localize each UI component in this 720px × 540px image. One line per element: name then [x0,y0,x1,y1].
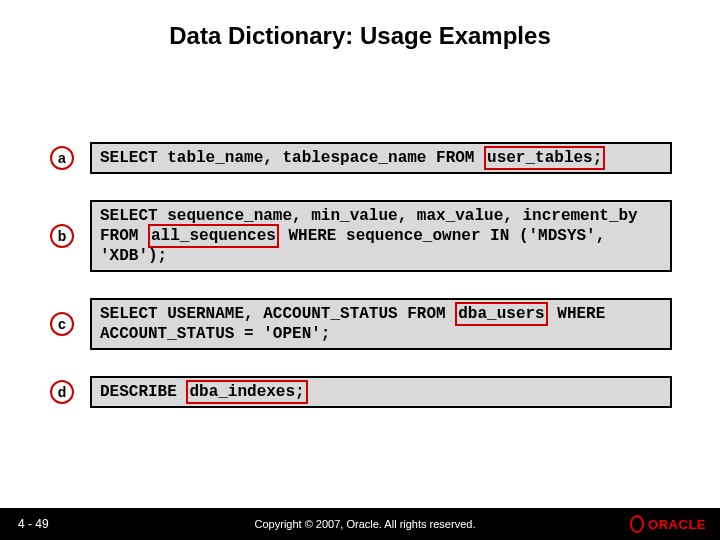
badge-d: d [50,380,74,404]
code-text: DESCRIBE [100,383,186,401]
code-text: SELECT USERNAME, ACCOUNT_STATUS FROM [100,305,455,323]
code-box-d: DESCRIBE dba_indexes; [90,376,672,408]
slide-title: Data Dictionary: Usage Examples [0,22,720,50]
oracle-wordmark: ORACLE [648,517,706,532]
example-row: b SELECT sequence_name, min_value, max_v… [50,200,672,272]
oracle-o-icon [630,515,644,533]
badge-c: c [50,312,74,336]
example-row: c SELECT USERNAME, ACCOUNT_STATUS FROM d… [50,298,672,350]
example-row: a SELECT table_name, tablespace_name FRO… [50,142,672,174]
code-text: SELECT table_name, tablespace_name FROM [100,149,484,167]
footer-right: ORACLE [600,515,720,533]
code-highlight: dba_indexes; [186,380,307,404]
badge-b: b [50,224,74,248]
code-highlight: dba_users [455,302,547,326]
slide: Data Dictionary: Usage Examples a SELECT… [0,0,720,540]
footer: 4 - 49 Copyright © 2007, Oracle. All rig… [0,508,720,540]
code-box-a: SELECT table_name, tablespace_name FROM … [90,142,672,174]
code-box-b: SELECT sequence_name, min_value, max_val… [90,200,672,272]
examples-container: a SELECT table_name, tablespace_name FRO… [50,142,672,434]
page-number: 4 - 49 [0,517,130,531]
badge-a: a [50,146,74,170]
code-highlight: user_tables; [484,146,605,170]
code-highlight: all_sequences [148,224,279,248]
copyright-text: Copyright © 2007, Oracle. All rights res… [130,518,600,530]
example-row: d DESCRIBE dba_indexes; [50,376,672,408]
code-box-c: SELECT USERNAME, ACCOUNT_STATUS FROM dba… [90,298,672,350]
oracle-logo: ORACLE [630,515,706,533]
